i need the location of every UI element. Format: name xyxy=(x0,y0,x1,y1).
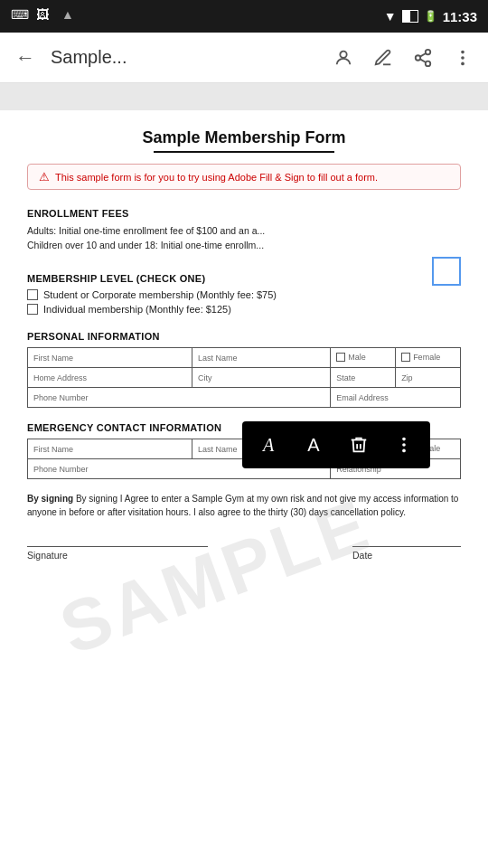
table-row: Phone Number Email Address xyxy=(28,387,461,407)
table-row: Home Address City State Zip xyxy=(28,367,461,387)
photo-icon: ▲ xyxy=(61,7,80,25)
floating-toolbar: A A xyxy=(242,421,430,468)
enrollment-fees-text2: Children over 10 and under 18: Initial o… xyxy=(27,239,461,253)
enrollment-fees-heading: ENROLLMENT FEES xyxy=(27,208,461,219)
agreement-text: By signing By signing I Agree to enter a… xyxy=(27,492,461,519)
checkbox-individual-label: Individual membership (Monthly fee: $125… xyxy=(43,304,231,315)
personal-info-table: First Name Last Name Male Female Home Ad xyxy=(27,347,461,408)
toolbar-more-button[interactable] xyxy=(381,421,427,468)
female-label: Female xyxy=(413,353,440,362)
last-name-cell: Last Name xyxy=(192,347,331,367)
gray-divider xyxy=(0,83,488,110)
male-cell: Male xyxy=(331,347,396,367)
enrollment-fees-text1: Adults: Initial one-time enrollment fee … xyxy=(27,224,461,239)
signal-icon xyxy=(402,10,418,23)
adobe-notice-text: This sample form is for you to try using… xyxy=(55,172,378,183)
female-cell: Female xyxy=(396,347,461,367)
zip-cell: Zip xyxy=(396,367,461,387)
ec-phone-label: Phone Number xyxy=(33,465,89,474)
female-checkbox[interactable] xyxy=(401,353,410,362)
pen-icon xyxy=(373,48,393,68)
back-button[interactable]: ← xyxy=(7,40,43,76)
svg-line-5 xyxy=(420,52,426,56)
first-name-cell: First Name xyxy=(28,347,192,367)
edit-icon-button[interactable] xyxy=(365,40,401,76)
male-checkbox[interactable] xyxy=(336,353,345,362)
more-icon-button[interactable] xyxy=(445,40,481,76)
person-icon xyxy=(333,48,353,68)
ec-first-name-cell: First Name xyxy=(28,439,192,458)
svg-point-7 xyxy=(461,56,465,60)
image-icon: 🖼 xyxy=(36,7,54,25)
date-label: Date xyxy=(352,550,461,561)
zip-label: Zip xyxy=(401,373,413,382)
warning-icon: ⚠ xyxy=(39,170,50,184)
date-line[interactable] xyxy=(352,546,461,547)
ec-first-name-label: First Name xyxy=(33,445,73,454)
signature-area: Signature Date xyxy=(27,546,461,562)
home-address-cell: Home Address xyxy=(28,367,192,387)
status-bar: ⌨ 🖼 ▲ ▼ 🔋 11:33 xyxy=(0,0,488,33)
state-label: State xyxy=(336,373,355,382)
date-field: Date xyxy=(352,546,461,562)
home-address-label: Home Address xyxy=(33,373,87,382)
signature-field: Signature xyxy=(27,546,208,562)
share-icon xyxy=(413,48,433,68)
membership-level-heading: MEMBERSHIP LEVEL (CHECK ONE) xyxy=(27,273,432,284)
membership-option-1: Student or Corporate membership (Monthly… xyxy=(27,289,432,300)
svg-point-10 xyxy=(402,443,406,447)
trash-icon xyxy=(349,435,369,455)
membership-option-2: Individual membership (Monthly fee: $125… xyxy=(27,304,432,315)
font-serif-button[interactable]: A xyxy=(246,421,291,468)
signature-line[interactable] xyxy=(27,546,208,547)
delete-button[interactable] xyxy=(336,421,381,468)
checkbox-individual[interactable] xyxy=(27,304,38,315)
email-label: Email Address xyxy=(336,393,389,402)
last-name-label: Last Name xyxy=(198,354,238,363)
svg-line-4 xyxy=(420,59,426,62)
keyboard-icon: ⌨ xyxy=(11,7,29,25)
state-cell: State xyxy=(331,367,396,387)
app-bar: ← Sample... xyxy=(0,33,488,83)
app-bar-title: Sample... xyxy=(51,47,325,68)
email-cell: Email Address xyxy=(331,387,461,407)
battery-icon: 🔋 xyxy=(424,10,437,23)
adobe-notice: ⚠ This sample form is for you to try usi… xyxy=(27,164,461,190)
first-name-label: First Name xyxy=(33,354,73,363)
svg-point-2 xyxy=(416,55,421,61)
checkbox-student[interactable] xyxy=(27,289,38,300)
document-area: SAMPLE A A Sample Membership Form ⚠ This… xyxy=(0,110,488,599)
font-sans-button[interactable]: A xyxy=(291,421,336,468)
more-dots-icon xyxy=(453,48,473,68)
svg-point-11 xyxy=(402,449,406,453)
form-title: Sample Membership Form xyxy=(27,128,461,147)
app-bar-actions xyxy=(325,40,481,76)
title-underline xyxy=(154,151,334,153)
table-row: First Name Last Name Male Female xyxy=(28,347,461,367)
share-icon-button[interactable] xyxy=(405,40,441,76)
toolbar-more-icon xyxy=(394,435,414,455)
phone-label: Phone Number xyxy=(33,393,89,402)
svg-point-3 xyxy=(426,61,431,66)
phone-cell: Phone Number xyxy=(28,387,331,407)
person-icon-button[interactable] xyxy=(325,40,361,76)
svg-point-8 xyxy=(461,61,465,65)
city-label: City xyxy=(198,373,212,382)
status-bar-right: ▼ 🔋 11:33 xyxy=(384,9,477,24)
ec-last-name-label: Last Name xyxy=(198,445,238,454)
svg-point-1 xyxy=(426,49,431,54)
city-cell: City xyxy=(192,367,331,387)
svg-point-6 xyxy=(461,50,465,53)
checkbox-student-label: Student or Corporate membership (Monthly… xyxy=(43,289,277,300)
signature-label: Signature xyxy=(27,550,208,561)
svg-point-0 xyxy=(340,51,346,57)
time-display: 11:33 xyxy=(443,9,477,24)
svg-point-9 xyxy=(402,438,406,441)
male-label: Male xyxy=(348,353,366,362)
status-bar-left: ⌨ 🖼 ▲ xyxy=(11,7,80,25)
wifi-icon: ▼ xyxy=(384,9,397,24)
highlighted-checkbox[interactable] xyxy=(432,257,461,286)
personal-info-heading: PERSONAL INFORMATION xyxy=(27,331,461,342)
